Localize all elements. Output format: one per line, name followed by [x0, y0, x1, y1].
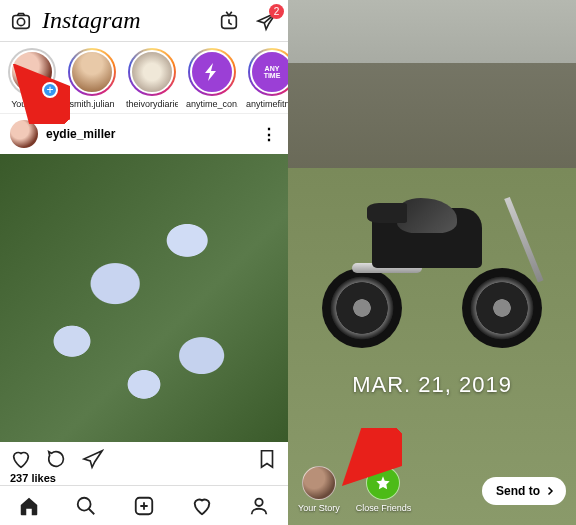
svg-point-5: [256, 498, 263, 505]
igtv-icon[interactable]: [218, 10, 240, 32]
dm-badge: 2: [269, 4, 284, 19]
post-image[interactable]: [0, 154, 288, 442]
story-label: smith.julian: [66, 99, 118, 109]
activity-icon[interactable]: [191, 495, 213, 517]
camera-icon[interactable]: [10, 10, 32, 32]
your-story-label: Your Story: [298, 503, 340, 513]
post-header: eydie_miller ⋮: [0, 114, 288, 154]
bottom-nav: [0, 485, 288, 525]
story-label: anytimefitne...: [246, 99, 288, 109]
home-icon[interactable]: [18, 495, 40, 517]
post-username[interactable]: eydie_miller: [46, 127, 261, 141]
like-icon[interactable]: [10, 448, 32, 470]
story-label: anytime_con...: [186, 99, 238, 109]
instagram-logo: Instagram: [32, 7, 218, 34]
chevron-right-icon: [544, 485, 556, 497]
bookmark-icon[interactable]: [256, 448, 278, 470]
feed-screen: Instagram 2 + Your Story smith.julian: [0, 0, 288, 525]
date-sticker[interactable]: MAR. 21, 2019: [288, 372, 576, 398]
add-story-icon: +: [42, 82, 58, 98]
search-icon[interactable]: [75, 495, 97, 517]
story-item[interactable]: anytime_con...: [186, 48, 238, 109]
your-story-avatar: [302, 466, 336, 500]
story-label: Your Story: [6, 99, 58, 109]
story-label: theivorydiaries: [126, 99, 178, 109]
close-friends-button[interactable]: Close Friends: [356, 466, 412, 513]
post-actions: [0, 442, 288, 472]
post-avatar[interactable]: [10, 120, 38, 148]
new-post-icon[interactable]: [133, 495, 155, 517]
send-to-label: Send to: [496, 484, 540, 498]
comment-icon[interactable]: [46, 448, 68, 470]
top-bar: Instagram 2: [0, 0, 288, 42]
send-to-button[interactable]: Send to: [482, 477, 566, 505]
svg-rect-0: [13, 15, 30, 28]
story-item[interactable]: ANYTIME anytimefitne...: [246, 48, 288, 109]
direct-message-icon[interactable]: 2: [256, 10, 278, 32]
profile-icon[interactable]: [248, 495, 270, 517]
motorcycle-graphic: [312, 168, 552, 368]
likes-count[interactable]: 237 likes: [10, 472, 278, 484]
story-your-story[interactable]: + Your Story: [6, 48, 58, 109]
story-item[interactable]: theivorydiaries: [126, 48, 178, 109]
star-icon: [366, 466, 400, 500]
svg-point-1: [17, 18, 24, 25]
post-more-icon[interactable]: ⋮: [261, 125, 278, 144]
svg-point-3: [78, 497, 91, 510]
close-friends-label: Close Friends: [356, 503, 412, 513]
story-editor-screen: MAR. 21, 2019 Your Story Close Friends S…: [288, 0, 576, 525]
stories-row: + Your Story smith.julian theivorydiarie…: [0, 42, 288, 114]
your-story-button[interactable]: Your Story: [298, 466, 340, 513]
story-item[interactable]: smith.julian: [66, 48, 118, 109]
share-icon[interactable]: [82, 448, 104, 470]
